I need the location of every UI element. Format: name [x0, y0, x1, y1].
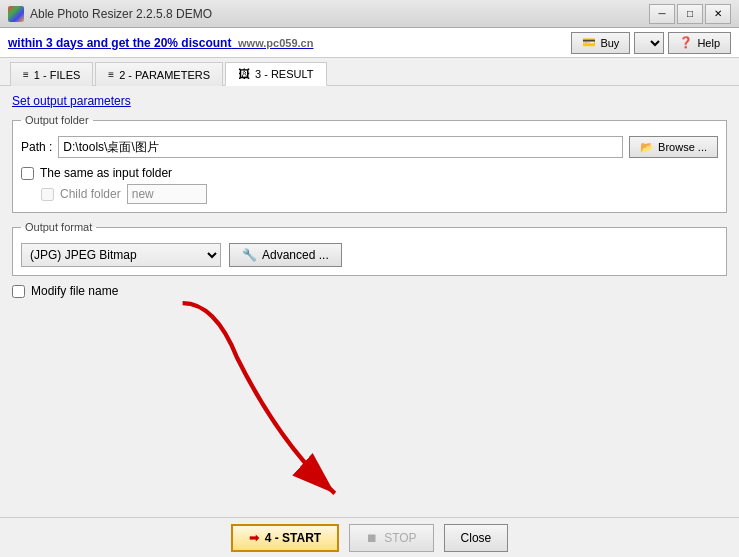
advanced-button[interactable]: 🔧 Advanced ...: [229, 243, 342, 267]
title-bar: Able Photo Resizer 2.2.5.8 DEMO ─ □ ✕: [0, 0, 739, 28]
path-input[interactable]: [58, 136, 623, 158]
tab-parameters[interactable]: ≡ 2 - PARAMETERS: [95, 62, 223, 86]
browse-icon: 📂: [640, 141, 654, 154]
child-folder-row: Child folder: [21, 184, 718, 204]
bottom-bar: ➡ 4 - START ⏹ STOP Close: [0, 517, 739, 557]
maximize-button[interactable]: □: [677, 4, 703, 24]
tab-result[interactable]: 🖼 3 - RESULT: [225, 62, 326, 86]
same-as-input-label: The same as input folder: [40, 166, 172, 180]
start-button[interactable]: ➡ 4 - START: [231, 524, 339, 552]
app-icon: [8, 6, 24, 22]
result-tab-label: 3 - RESULT: [255, 68, 313, 80]
buy-button[interactable]: 💳 Buy: [571, 32, 630, 54]
result-tab-icon: 🖼: [238, 67, 250, 81]
params-tab-icon: ≡: [108, 69, 114, 80]
stop-button: ⏹ STOP: [349, 524, 433, 552]
path-label: Path :: [21, 140, 52, 154]
files-tab-label: 1 - FILES: [34, 69, 80, 81]
help-icon: ❓: [679, 36, 693, 49]
app-title: Able Photo Resizer 2.2.5.8 DEMO: [30, 7, 212, 21]
main-content: Set output parameters Output folder Path…: [0, 86, 739, 557]
same-as-input-row: The same as input folder: [21, 166, 718, 180]
close-bottom-button[interactable]: Close: [444, 524, 509, 552]
window-controls: ─ □ ✕: [649, 4, 731, 24]
output-format-legend: Output format: [21, 221, 96, 233]
same-as-input-checkbox[interactable]: [21, 167, 34, 180]
path-row: Path : 📂 Browse ...: [21, 136, 718, 158]
tab-files[interactable]: ≡ 1 - FILES: [10, 62, 93, 86]
output-folder-group: Output folder Path : 📂 Browse ... The sa…: [12, 114, 727, 213]
close-button[interactable]: ✕: [705, 4, 731, 24]
promo-buttons: 💳 Buy ❓ Help: [571, 32, 731, 54]
format-select[interactable]: (JPG) JPEG Bitmap: [21, 243, 221, 267]
modify-filename-checkbox[interactable]: [12, 285, 25, 298]
child-folder-label: Child folder: [60, 187, 121, 201]
tab-bar: ≡ 1 - FILES ≡ 2 - PARAMETERS 🖼 3 - RESUL…: [0, 58, 739, 86]
start-icon: ➡: [249, 531, 259, 545]
title-bar-left: Able Photo Resizer 2.2.5.8 DEMO: [8, 6, 212, 22]
buy-icon: 💳: [582, 36, 596, 49]
language-dropdown[interactable]: [634, 32, 664, 54]
promo-bar: within 3 days and get the 20% discount w…: [0, 28, 739, 58]
arrow-indicator: [150, 286, 400, 516]
params-tab-label: 2 - PARAMETERS: [119, 69, 210, 81]
child-folder-input[interactable]: [127, 184, 207, 204]
set-output-link[interactable]: Set output parameters: [12, 94, 131, 108]
modify-filename-label: Modify file name: [31, 284, 118, 298]
stop-icon: ⏹: [366, 531, 378, 545]
minimize-button[interactable]: ─: [649, 4, 675, 24]
help-button[interactable]: ❓ Help: [668, 32, 731, 54]
files-tab-icon: ≡: [23, 69, 29, 80]
format-row: (JPG) JPEG Bitmap 🔧 Advanced ...: [21, 243, 718, 267]
browse-button[interactable]: 📂 Browse ...: [629, 136, 718, 158]
output-format-group: Output format (JPG) JPEG Bitmap 🔧 Advanc…: [12, 221, 727, 276]
modify-filename-row: Modify file name: [12, 284, 727, 298]
advanced-icon: 🔧: [242, 248, 257, 262]
child-folder-checkbox[interactable]: [41, 188, 54, 201]
output-folder-legend: Output folder: [21, 114, 93, 126]
promo-text[interactable]: within 3 days and get the 20% discount w…: [8, 36, 313, 50]
